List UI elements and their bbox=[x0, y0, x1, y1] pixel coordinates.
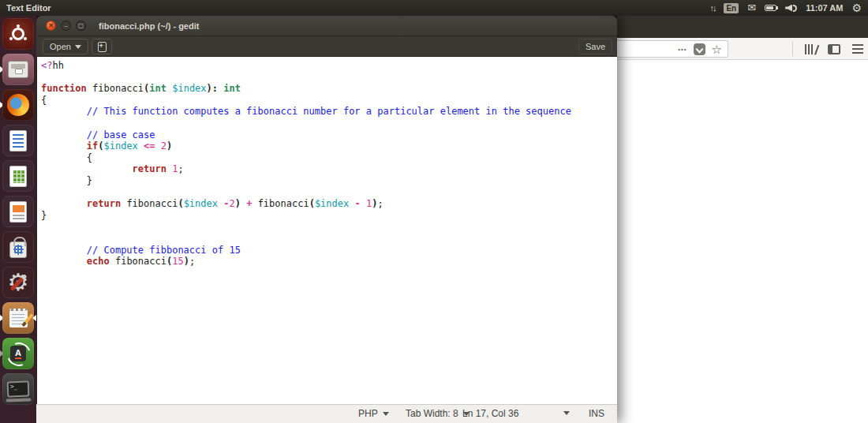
code-line: // base case bbox=[41, 129, 617, 141]
active-app-name: Text Editor bbox=[6, 3, 51, 13]
launcher-item-terminal[interactable] bbox=[2, 373, 34, 405]
launcher-item-dash[interactable] bbox=[2, 18, 34, 50]
terminal-icon bbox=[7, 381, 30, 398]
volume-icon[interactable] bbox=[785, 5, 797, 12]
code-content: <?hh function fibonacci(int $index): int… bbox=[37, 57, 617, 268]
writer-icon bbox=[9, 130, 27, 152]
chevron-down-icon bbox=[75, 45, 81, 52]
language-mode-dropdown[interactable]: PHP bbox=[358, 408, 389, 419]
insert-mode-indicator: INS bbox=[589, 408, 604, 419]
launcher-item-firefox[interactable] bbox=[2, 89, 34, 121]
new-document-button[interactable] bbox=[92, 39, 112, 54]
maximize-icon[interactable]: ▢ bbox=[76, 21, 86, 31]
cursor-position-label: Ln 17, Col 36 bbox=[462, 408, 518, 419]
system-tray: ↑↓ En ✉ 11:07 AM ⚙ bbox=[709, 0, 862, 16]
code-line: } bbox=[41, 210, 617, 222]
tab-width-label: Tab Width: 8 bbox=[406, 408, 458, 419]
code-line: { bbox=[41, 95, 617, 107]
tab-width-dropdown[interactable]: Tab Width: 8 bbox=[406, 408, 470, 419]
software-icon bbox=[9, 241, 27, 258]
save-button[interactable]: Save bbox=[578, 39, 612, 54]
launcher-item-files[interactable] bbox=[2, 54, 34, 85]
chevron-down-icon bbox=[563, 411, 570, 418]
page-actions-icon[interactable]: ••• bbox=[678, 46, 687, 53]
dash-icon bbox=[12, 28, 24, 40]
code-line: return fibonacci($index -2) + fibonacci(… bbox=[41, 198, 617, 210]
chevron-down-icon bbox=[383, 412, 389, 419]
code-line: // This function computes a fibonacci nu… bbox=[41, 106, 617, 118]
system-top-bar: Text Editor ↑↓ En ✉ 11:07 AM ⚙ bbox=[0, 0, 868, 16]
hamburger-menu-icon[interactable] bbox=[852, 44, 863, 54]
bookmark-star-icon[interactable]: ☆ bbox=[712, 43, 722, 55]
minimize-icon[interactable]: – bbox=[61, 21, 71, 31]
firefox-icon bbox=[7, 94, 29, 116]
battery-icon[interactable] bbox=[765, 5, 776, 11]
firefox-window: ••• ☆ bbox=[617, 16, 868, 423]
code-line bbox=[41, 221, 617, 233]
code-line: function fibonacci(int $index): int bbox=[41, 83, 617, 95]
close-icon[interactable]: ✕ bbox=[46, 21, 56, 31]
settings-icon: ⚙ bbox=[5, 269, 32, 296]
session-gear-icon[interactable]: ⚙ bbox=[851, 0, 862, 16]
new-document-icon bbox=[98, 42, 107, 52]
library-icon[interactable] bbox=[805, 43, 816, 54]
code-line bbox=[41, 233, 617, 245]
launcher-item-updater[interactable] bbox=[2, 338, 34, 369]
launcher-item-software[interactable] bbox=[2, 231, 34, 263]
focused-indicator-arrow bbox=[29, 315, 36, 321]
gedit-icon bbox=[9, 309, 28, 328]
code-line: } bbox=[41, 175, 617, 187]
gedit-toolbar: Open Save bbox=[36, 36, 617, 57]
gedit-window: ✕ – ▢ fibonacci.php (~/) - gedit Open Sa… bbox=[36, 16, 617, 423]
unity-launcher: ⚙ bbox=[0, 16, 36, 423]
firefox-tab-bar bbox=[617, 16, 868, 38]
launcher-item-settings[interactable]: ⚙ bbox=[2, 267, 34, 298]
clock[interactable]: 11:07 AM bbox=[806, 0, 843, 16]
updater-icon bbox=[10, 346, 26, 361]
keyboard-layout-indicator[interactable]: En bbox=[724, 3, 739, 13]
sidebar-toggle-icon[interactable] bbox=[828, 44, 840, 54]
code-line bbox=[41, 187, 617, 199]
gedit-titlebar[interactable]: ✕ – ▢ fibonacci.php (~/) - gedit bbox=[36, 16, 617, 36]
open-button[interactable]: Open bbox=[43, 39, 88, 54]
code-line: // Compute fibbonacci of 15 bbox=[41, 245, 617, 256]
goto-line-dropdown[interactable] bbox=[563, 408, 570, 418]
toolbar-separator bbox=[792, 42, 793, 56]
launcher-item-calc[interactable] bbox=[2, 160, 34, 192]
open-button-label: Open bbox=[50, 42, 71, 51]
network-indicator-icon[interactable]: ↑↓ bbox=[709, 0, 715, 16]
impress-icon bbox=[9, 201, 27, 223]
launcher-item-impress[interactable] bbox=[2, 196, 34, 227]
code-line: { bbox=[41, 152, 617, 164]
files-icon bbox=[8, 61, 28, 78]
code-line: echo fibonacci(15); bbox=[41, 256, 617, 268]
language-mode-label: PHP bbox=[358, 408, 378, 419]
code-line bbox=[41, 118, 617, 129]
firefox-content-area bbox=[617, 61, 868, 423]
calc-icon bbox=[9, 166, 27, 187]
pocket-icon[interactable] bbox=[694, 43, 705, 55]
launcher-item-writer[interactable] bbox=[2, 125, 34, 156]
code-line: if($index <= 2) bbox=[41, 140, 617, 152]
mail-icon[interactable]: ✉ bbox=[747, 0, 756, 16]
text-editing-area[interactable]: <?hh function fibonacci(int $index): int… bbox=[36, 57, 617, 404]
firefox-url-bar[interactable]: ••• ☆ bbox=[617, 40, 728, 58]
gedit-statusbar: PHP Tab Width: 8 Ln 17, Col 36 INS bbox=[36, 404, 617, 423]
code-line bbox=[41, 72, 617, 84]
firefox-nav-bar: ••• ☆ bbox=[617, 38, 868, 60]
window-title: fibonacci.php (~/) - gedit bbox=[99, 21, 199, 31]
code-line: return 1; bbox=[41, 163, 617, 175]
code-line: <?hh bbox=[41, 60, 617, 72]
